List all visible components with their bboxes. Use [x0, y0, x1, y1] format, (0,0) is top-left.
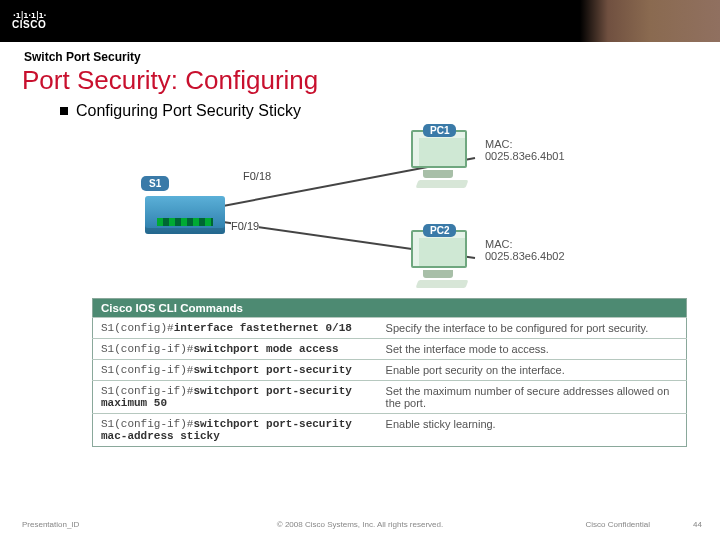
top-banner: ·ı|ı·ı|ı· CISCO — [0, 0, 720, 42]
slide-footer: Presentation_ID © 2008 Cisco Systems, In… — [0, 520, 720, 534]
bullet-item: Configuring Port Security Sticky — [60, 102, 698, 120]
switch-badge: S1 — [141, 176, 169, 191]
bullet-text: Configuring Port Security Sticky — [76, 102, 301, 119]
port-label-a: F0/18 — [243, 170, 271, 182]
table-row: S1(config-if)#switchport port-security E… — [93, 360, 687, 381]
pc1-mac: MAC:0025.83e6.4b01 — [485, 138, 595, 162]
footer-pid: Presentation_ID — [22, 520, 79, 529]
footer-conf: Cisco Confidential — [586, 520, 650, 529]
table-row: S1(config-if)#switchport port-security m… — [93, 414, 687, 447]
footer-page: 44 — [693, 520, 702, 529]
cli-commands-table: Cisco IOS CLI Commands S1(config)#interf… — [92, 298, 687, 447]
footer-copy: © 2008 Cisco Systems, Inc. All rights re… — [277, 520, 443, 529]
bullet-marker — [60, 107, 68, 115]
slide-eyebrow: Switch Port Security — [24, 50, 698, 64]
table-row: S1(config)#interface fastethernet 0/18 S… — [93, 318, 687, 339]
table-row: S1(config-if)#switchport mode access Set… — [93, 339, 687, 360]
pc2-icon: PC2 — [405, 230, 475, 286]
pc2-mac: MAC:0025.83e6.4b02 — [485, 238, 595, 262]
pc1-badge: PC1 — [423, 124, 456, 137]
cisco-logo: ·ı|ı·ı|ı· CISCO — [12, 12, 46, 30]
port-label-b: F0/19 — [231, 220, 259, 232]
topology-diagram: S1 F0/18 F0/19 PC1 PC2 MAC:0025.83e6.4b0… — [125, 130, 595, 290]
pc1-icon: PC1 — [405, 130, 475, 186]
table-row: S1(config-if)#switchport port-security m… — [93, 381, 687, 414]
slide-title: Port Security: Configuring — [22, 65, 698, 96]
pc2-badge: PC2 — [423, 224, 456, 237]
banner-photo — [580, 0, 720, 42]
table-header: Cisco IOS CLI Commands — [93, 299, 687, 318]
switch-icon — [145, 196, 225, 234]
